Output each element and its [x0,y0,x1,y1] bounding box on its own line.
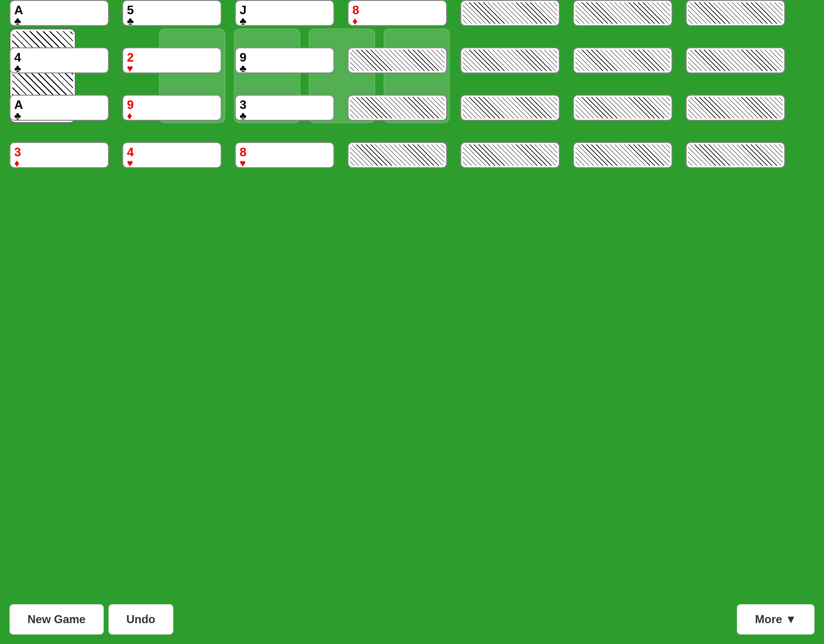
card-5c[interactable]: 5♣ [122,0,222,26]
card-back-col5-1 [573,142,672,168]
card-9d[interactable]: 9♦ [122,95,222,121]
card-ac2[interactable]: A♣ [9,0,109,26]
card-back-col3-2 [348,95,447,121]
bottom-bar: New Game Undo More ▼ [9,604,815,635]
undo-button[interactable]: Undo [108,604,173,635]
card-ac[interactable]: A♣ [9,95,109,121]
card-2h[interactable]: 2♥ [122,47,222,73]
card-4h[interactable]: 4♥ [122,142,222,168]
left-buttons: New Game Undo [9,604,173,635]
more-button[interactable]: More ▼ [737,604,815,635]
card-back-col4-2 [460,95,560,121]
card-back-col6-4 [686,0,785,26]
card-back-col5-3 [573,47,672,73]
card-4c[interactable]: 4♣ [9,47,109,73]
card-jc[interactable]: J♣ [235,0,334,26]
card-back-col5-4 [573,0,672,26]
card-back-col6-3 [686,47,785,73]
card-back-col4-3 [460,47,560,73]
card-back-col4-1 [460,142,560,168]
card-3c[interactable]: 3♣ [235,95,334,121]
card-back-col3-1 [348,142,447,168]
card-back-col6-1 [686,142,785,168]
card-9c[interactable]: 9♣ [235,47,334,73]
card-back-col3-3 [348,47,447,73]
card-back-col4-4 [460,0,560,26]
card-8h[interactable]: 8♥ [235,142,334,168]
card-3d[interactable]: 3♦ [9,142,109,168]
card-back-col6-2 [686,95,785,121]
card-back-col5-2 [573,95,672,121]
new-game-button[interactable]: New Game [9,604,104,635]
card-8d[interactable]: 8♦ [348,0,447,26]
